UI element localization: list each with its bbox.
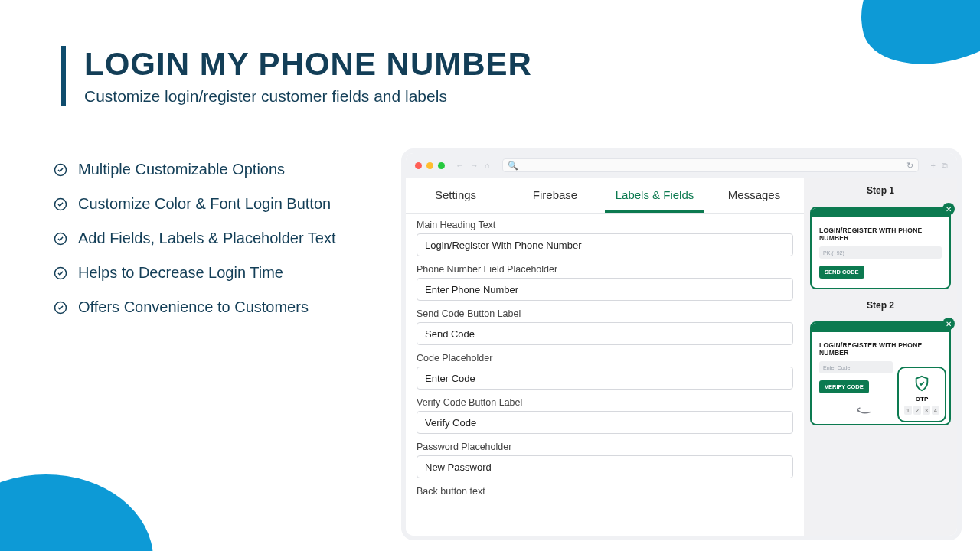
phone-placeholder-input[interactable] (416, 278, 793, 301)
reload-icon[interactable]: ↻ (906, 161, 913, 171)
main-heading-label: Main Heading Text (416, 220, 793, 230)
traffic-light-close[interactable] (415, 162, 422, 169)
feature-text: Offers Convenience to Customers (78, 298, 309, 316)
preview-sidebar: Step 1 ✕ LOGIN/REGISTER WITH PHONE NUMBE… (804, 178, 957, 536)
svg-point-2 (55, 233, 67, 244)
step1-label: Step 1 (810, 185, 951, 196)
back-icon[interactable]: ← (456, 161, 464, 170)
decorative-blob-top-right (844, 0, 980, 81)
feature-text: Add Fields, Labels & Placeholder Text (78, 230, 336, 247)
close-icon[interactable]: ✕ (942, 203, 955, 215)
tab-settings[interactable]: Settings (406, 178, 505, 213)
traffic-light-minimize[interactable] (426, 162, 433, 169)
window-titlebar: ← → ⌂ 🔍 ↻ + ⧉ (406, 153, 957, 178)
tab-firebase[interactable]: Firebase (505, 178, 605, 213)
preview-title: LOGIN/REGISTER WITH PHONE NUMBER (819, 227, 942, 242)
page-subtitle: Customize login/register customer fields… (84, 87, 532, 106)
check-icon (54, 301, 67, 315)
check-icon (54, 232, 67, 246)
otp-cells: 1 2 3 4 (904, 406, 939, 415)
otp-label: OTP (916, 396, 928, 403)
phone-placeholder-label: Phone Number Field Placeholder (416, 264, 793, 275)
tab-labels-fields[interactable]: Labels & Fields (605, 178, 704, 213)
feature-item: Helps to Decrease Login Time (54, 264, 336, 282)
tab-messages[interactable]: Messages (704, 178, 804, 213)
page-title: LOGIN MY PHONE NUMBER (84, 46, 532, 83)
check-icon (54, 163, 67, 177)
check-icon (54, 266, 67, 280)
close-icon[interactable]: ✕ (942, 318, 955, 330)
traffic-light-zoom[interactable] (438, 162, 445, 169)
address-bar[interactable]: 🔍 ↻ (502, 158, 919, 172)
svg-point-1 (55, 198, 67, 210)
back-button-label: Back button text (416, 486, 793, 497)
preview-phone-otp: OTP 1 2 3 4 (897, 367, 946, 422)
app-window: ← → ⌂ 🔍 ↻ + ⧉ Settings Firebase Labels &… (406, 153, 957, 536)
verify-code-label: Verify Code Button Label (416, 397, 793, 408)
feature-item: Offers Convenience to Customers (54, 298, 336, 316)
feature-list: Multiple Customizable Options Customize … (54, 161, 336, 333)
main-heading-input[interactable] (416, 233, 793, 256)
preview-code-input: Enter Code (819, 361, 893, 373)
svg-point-0 (55, 164, 67, 175)
shield-icon (913, 374, 930, 393)
page-header: LOGIN MY PHONE NUMBER Customize login/re… (61, 46, 532, 106)
feature-item: Customize Color & Font Login Button (54, 195, 336, 213)
preview-phone-input: PK (+92) (819, 246, 942, 259)
copy-icon[interactable]: ⧉ (942, 161, 948, 171)
forward-icon[interactable]: → (470, 161, 479, 170)
preview-card-step1: ✕ LOGIN/REGISTER WITH PHONE NUMBER PK (+… (810, 207, 951, 289)
svg-point-4 (55, 302, 67, 313)
svg-point-3 (55, 267, 67, 279)
nav-controls: ← → ⌂ (456, 161, 490, 170)
labels-form: Main Heading Text Phone Number Field Pla… (406, 214, 804, 504)
send-code-label: Send Code Button Label (416, 308, 793, 319)
feature-text: Helps to Decrease Login Time (78, 264, 283, 282)
feature-text: Customize Color & Font Login Button (78, 195, 331, 213)
feature-item: Add Fields, Labels & Placeholder Text (54, 230, 336, 247)
feature-item: Multiple Customizable Options (54, 161, 336, 178)
verify-code-input[interactable] (416, 411, 793, 434)
send-code-input[interactable] (416, 322, 793, 345)
tab-bar: Settings Firebase Labels & Fields Messag… (406, 178, 804, 214)
home-icon[interactable]: ⌂ (485, 161, 490, 170)
window-actions: + ⧉ (931, 161, 948, 171)
preview-title: LOGIN/REGISTER WITH PHONE NUMBER (819, 341, 942, 357)
password-placeholder-input[interactable] (416, 455, 793, 478)
decorative-blob-bottom-left (0, 474, 153, 551)
check-icon (54, 197, 67, 211)
step2-label: Step 2 (810, 300, 951, 311)
arrow-icon (854, 396, 876, 418)
code-placeholder-label: Code Placeholder (416, 353, 793, 364)
new-tab-icon[interactable]: + (931, 161, 936, 171)
code-placeholder-input[interactable] (416, 367, 793, 390)
password-placeholder-label: Password Placeholder (416, 442, 793, 452)
preview-send-button: SEND CODE (819, 266, 864, 279)
preview-verify-button: VERIFY CODE (819, 380, 869, 393)
feature-text: Multiple Customizable Options (78, 161, 285, 178)
search-icon: 🔍 (508, 161, 518, 171)
